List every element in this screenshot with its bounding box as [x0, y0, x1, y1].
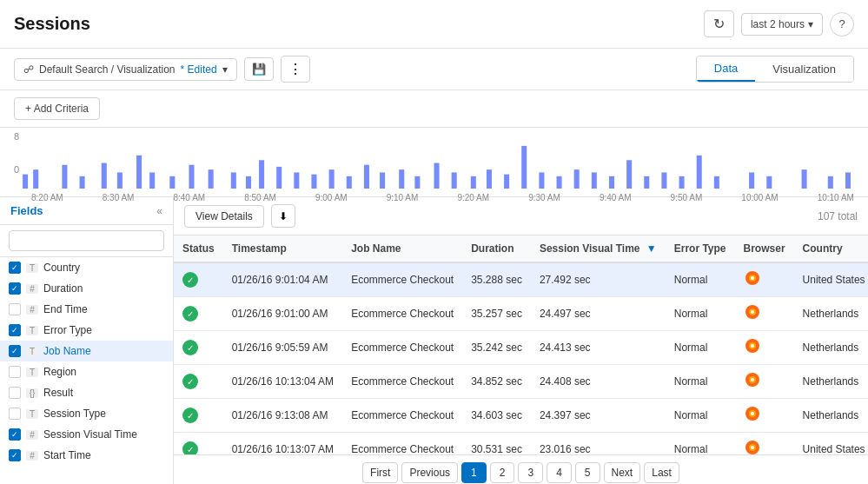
- cell-browser: [735, 365, 794, 399]
- cell-svt: 24.497 sec: [531, 297, 666, 331]
- time-range-selector[interactable]: last 2 hours: [741, 13, 823, 36]
- data-panel: View Details 107 total Status Timestamp …: [174, 197, 868, 484]
- x-label-0: 8:20 AM: [31, 193, 63, 202]
- field-item-region[interactable]: TRegion: [0, 361, 173, 382]
- status-ok-icon: ✓: [182, 272, 198, 288]
- col-jobname[interactable]: Job Name: [342, 235, 462, 262]
- field-name-label: Country: [43, 262, 80, 274]
- field-type-badge: T: [26, 409, 38, 419]
- search-viz-selector[interactable]: ☍ Default Search / Visualization * Edite…: [14, 58, 237, 81]
- page-next-button[interactable]: Next: [604, 462, 641, 483]
- add-criteria-button[interactable]: + Add Criteria: [14, 97, 100, 120]
- field-item-error-type[interactable]: ✓TError Type: [0, 320, 173, 341]
- view-details-button[interactable]: View Details: [184, 205, 264, 228]
- status-ok-icon: ✓: [182, 340, 198, 355]
- fields-search-input[interactable]: [9, 230, 164, 251]
- table-row[interactable]: ✓01/26/16 10:13:07 AMEcommerce Checkout3…: [174, 433, 868, 455]
- col-timestamp[interactable]: Timestamp: [223, 235, 342, 262]
- col-errortype[interactable]: Error Type: [666, 235, 735, 262]
- field-name-label: Region: [43, 366, 76, 378]
- field-type-badge: #: [26, 451, 38, 461]
- svg-rect-42: [802, 169, 807, 189]
- cell-errortype: Normal: [666, 262, 735, 297]
- save-button[interactable]: [244, 57, 274, 81]
- page-1-button[interactable]: 1: [461, 462, 487, 483]
- cell-status: ✓: [174, 365, 223, 399]
- search-viz-icon: ☍: [23, 63, 34, 76]
- field-checkbox: ✓: [9, 262, 21, 274]
- page-4-button[interactable]: 4: [547, 462, 572, 483]
- tab-data[interactable]: Data: [697, 56, 755, 82]
- svg-rect-44: [845, 172, 851, 189]
- status-ok-icon: ✓: [182, 441, 198, 454]
- status-ok-icon: ✓: [182, 408, 198, 423]
- page-last-button[interactable]: Last: [644, 462, 679, 483]
- svg-rect-13: [259, 160, 264, 189]
- cell-svt: 23.016 sec: [531, 433, 666, 455]
- help-button[interactable]: ?: [830, 12, 854, 36]
- page-first-button[interactable]: First: [362, 462, 398, 483]
- cell-svt: 27.492 sec: [531, 262, 666, 297]
- field-item-country[interactable]: ✓TCountry: [0, 257, 173, 278]
- chart-y-min: 0: [14, 164, 19, 175]
- fields-list: ✓TCountry✓#Duration#End Time✓TError Type…: [0, 257, 173, 466]
- more-options-button[interactable]: [281, 56, 310, 83]
- page-2-button[interactable]: 2: [490, 462, 515, 483]
- field-item-session-visual-time[interactable]: ✓#Session Visual Time: [0, 424, 173, 445]
- collapse-button[interactable]: [156, 205, 162, 217]
- svg-rect-8: [169, 176, 175, 189]
- table-row[interactable]: ✓01/26/16 9:01:04 AMEcommerce Checkout35…: [174, 262, 868, 297]
- cell-country: United States: [794, 262, 868, 297]
- col-browser[interactable]: Browser: [735, 235, 794, 262]
- cell-status: ✓: [174, 433, 223, 455]
- cell-status: ✓: [174, 399, 223, 433]
- firefox-icon: [744, 410, 761, 425]
- field-name-label: Session Visual Time: [43, 428, 137, 441]
- page-prev-button[interactable]: Previous: [401, 462, 458, 483]
- page-5-button[interactable]: 5: [575, 462, 600, 483]
- cell-duration: 34.603 sec: [462, 399, 531, 433]
- col-svt[interactable]: Session Visual Time ▼: [531, 235, 666, 262]
- tab-visualization[interactable]: Visualization: [755, 56, 853, 82]
- page-3-button[interactable]: 3: [518, 462, 543, 483]
- cell-jobname: Ecommerce Checkout: [342, 399, 462, 433]
- toolbar: ☍ Default Search / Visualization * Edite…: [0, 49, 868, 90]
- svg-rect-32: [592, 172, 597, 189]
- table-row[interactable]: ✓01/26/16 9:05:59 AMEcommerce Checkout35…: [174, 331, 868, 365]
- field-item-session-type[interactable]: TSession Type: [0, 403, 173, 424]
- field-item-job-name[interactable]: ✓TJob Name: [0, 341, 173, 361]
- field-checkbox: ✓: [9, 345, 21, 357]
- refresh-button[interactable]: [704, 10, 734, 37]
- svg-point-53: [751, 344, 754, 348]
- cell-country: Netherlands: [794, 297, 868, 331]
- fields-title: Fields: [10, 204, 43, 217]
- col-country[interactable]: Country: [794, 235, 868, 262]
- field-item-result[interactable]: {}Result: [0, 382, 173, 403]
- table-row[interactable]: ✓01/26/16 9:13:08 AMEcommerce Checkout34…: [174, 399, 868, 433]
- field-item-end-time[interactable]: #End Time: [0, 299, 173, 320]
- table-row[interactable]: ✓01/26/16 9:01:00 AMEcommerce Checkout35…: [174, 297, 868, 331]
- x-label-11: 10:10 AM: [818, 193, 854, 202]
- field-type-badge: T: [26, 368, 38, 377]
- svg-rect-19: [364, 165, 369, 189]
- field-item-duration[interactable]: ✓#Duration: [0, 278, 173, 299]
- col-duration[interactable]: Duration: [462, 235, 531, 262]
- table-row[interactable]: ✓01/26/16 10:13:04 AMEcommerce Checkout3…: [174, 365, 868, 399]
- svg-rect-17: [329, 169, 335, 189]
- field-item-start-time[interactable]: ✓#Start Time: [0, 445, 173, 466]
- svg-point-50: [751, 310, 754, 314]
- cell-timestamp: 01/26/16 9:01:04 AM: [223, 262, 342, 297]
- svg-rect-29: [539, 172, 544, 189]
- cell-errortype: Normal: [666, 365, 735, 399]
- svg-rect-26: [487, 169, 492, 189]
- download-button[interactable]: [271, 204, 295, 228]
- field-type-badge: T: [26, 347, 38, 356]
- field-type-badge: T: [26, 263, 38, 273]
- cell-jobname: Ecommerce Checkout: [342, 262, 462, 297]
- cell-errortype: Normal: [666, 399, 735, 433]
- svg-rect-18: [347, 176, 352, 189]
- field-checkbox: [9, 366, 21, 378]
- svg-rect-23: [434, 163, 440, 189]
- field-checkbox: ✓: [9, 449, 21, 461]
- save-icon: [252, 63, 266, 76]
